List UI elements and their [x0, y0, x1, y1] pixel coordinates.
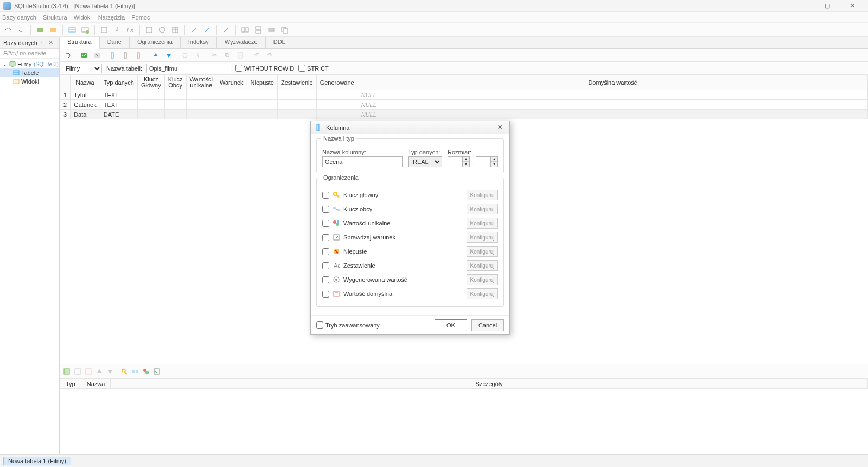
notnull-icon	[333, 248, 340, 255]
cancel-button[interactable]: Cancel	[471, 319, 504, 331]
size-comma: ,	[472, 159, 474, 165]
svg-point-42	[333, 220, 336, 224]
dialog-overlay: Kolumna ✕ Nazwa i typ Nazwa kolumny: Typ…	[0, 0, 868, 467]
svg-rect-40	[333, 207, 336, 209]
dialog-titlebar[interactable]: Kolumna ✕	[311, 121, 509, 134]
constraint-default-checkbox[interactable]	[322, 291, 329, 298]
constraint-notnull: Niepuste Konfiguruj	[322, 244, 498, 258]
constraint-fk-checkbox[interactable]	[322, 206, 329, 213]
constraint-generated: Wygenerowana wartość Konfiguruj	[322, 273, 498, 287]
constraint-collate: Aa Zestawienie Konfiguruj	[322, 258, 498, 273]
column-dialog: Kolumna ✕ Nazwa i typ Nazwa kolumny: Typ…	[310, 121, 510, 335]
default-icon	[333, 290, 340, 298]
svg-point-44	[337, 220, 339, 223]
configure-generated-button[interactable]: Konfiguruj	[467, 274, 498, 285]
svg-rect-38	[317, 124, 319, 131]
collate-icon: Aa	[333, 262, 340, 269]
configure-fk-button[interactable]: Konfiguruj	[467, 204, 498, 214]
constraint-collate-checkbox[interactable]	[322, 262, 329, 269]
column-name-input[interactable]	[322, 156, 403, 167]
constraint-check: Sprawdzaj warunek Konfiguruj	[322, 230, 498, 244]
constraint-generated-checkbox[interactable]	[322, 276, 329, 283]
dialog-footer: Tryb zaawansowany OK Cancel	[311, 315, 509, 334]
constraint-pk: Klucz główny Konfiguruj	[322, 188, 498, 202]
size-precision-spinner[interactable]: ▲▼	[448, 156, 470, 167]
constraint-pk-checkbox[interactable]	[322, 192, 329, 199]
svg-point-49	[335, 279, 337, 281]
constraint-fk: Klucz obcy Konfiguruj	[322, 202, 498, 216]
configure-collate-button[interactable]: Konfiguruj	[467, 260, 498, 271]
constraint-unique-checkbox[interactable]	[322, 220, 329, 227]
svg-rect-41	[337, 209, 340, 211]
constraint-check-checkbox[interactable]	[322, 234, 329, 241]
constraint-notnull-checkbox[interactable]	[322, 248, 329, 255]
dialog-close-button[interactable]: ✕	[494, 124, 505, 131]
column-icon	[315, 124, 323, 131]
unique-icon	[333, 219, 340, 227]
name-type-legend: Nazwa i typ	[321, 135, 356, 142]
configure-notnull-button[interactable]: Konfiguruj	[467, 246, 498, 257]
column-name-label: Nazwa kolumny:	[322, 149, 403, 155]
constraint-default: Wartość domyślna Konfiguruj	[322, 287, 498, 301]
dialog-title: Kolumna	[326, 124, 349, 131]
configure-default-button[interactable]: Konfiguruj	[467, 288, 498, 299]
configure-check-button[interactable]: Konfiguruj	[467, 232, 498, 243]
constraint-unique: Wartości unikalne Konfiguruj	[322, 216, 498, 230]
column-type-select[interactable]: REAL	[408, 156, 442, 167]
svg-text:Aa: Aa	[334, 262, 340, 269]
svg-rect-45	[334, 235, 339, 240]
configure-unique-button[interactable]: Konfiguruj	[467, 218, 498, 229]
key-icon	[333, 191, 340, 199]
constraints-legend: Ograniczenia	[321, 174, 361, 181]
advanced-mode-option[interactable]: Tryb zaawansowany	[316, 321, 430, 329]
svg-point-43	[336, 223, 339, 226]
size-scale-spinner[interactable]: ▲▼	[476, 156, 498, 167]
advanced-mode-checkbox[interactable]	[316, 321, 323, 329]
name-type-group: Nazwa i typ Nazwa kolumny: Typ danych: R…	[316, 138, 504, 173]
column-type-label: Typ danych:	[408, 149, 442, 155]
generated-icon	[333, 276, 340, 283]
configure-pk-button[interactable]: Konfiguruj	[467, 190, 498, 200]
svg-rect-50	[334, 291, 339, 296]
ok-button[interactable]: OK	[435, 319, 467, 331]
check-icon	[333, 234, 340, 241]
constraints-group: Ograniczenia Klucz główny Konfiguruj Klu…	[316, 178, 504, 307]
fk-icon	[333, 205, 340, 213]
column-size-label: Rozmiar:	[448, 149, 498, 155]
